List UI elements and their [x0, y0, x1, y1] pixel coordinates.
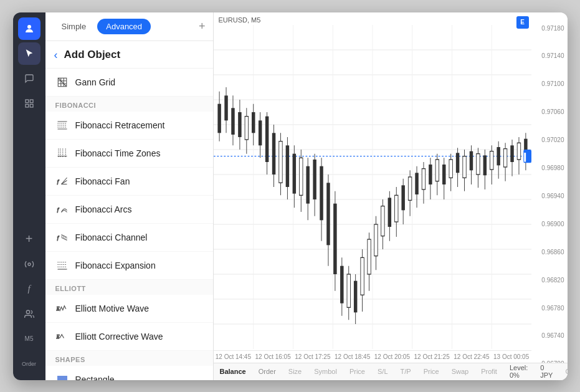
svg-line-12: [58, 78, 67, 87]
list-item-fib-expansion[interactable]: Fibonacci Expansion: [45, 252, 213, 280]
elliott-motive-label: Elliott Motive Wave: [75, 304, 150, 313]
add-object-panel: Simple Advanced + ‹ Add Object: [45, 12, 214, 380]
timeframe-icon[interactable]: M5: [18, 328, 40, 350]
balance-level: Level: 0%: [510, 364, 528, 379]
add-chart-icon[interactable]: [18, 92, 40, 115]
fib-expansion-icon: [55, 259, 69, 272]
list-item-fib-retracement[interactable]: Fibonacci Retracement: [45, 112, 213, 140]
svg-rect-108: [374, 224, 377, 256]
chat-icon[interactable]: [18, 67, 40, 90]
currency-icon[interactable]: f: [18, 278, 40, 300]
list-item-elliott-motive[interactable]: E Elliott Motive Wave: [45, 295, 213, 323]
time-tick-6: 12 Oct 21:25: [414, 353, 449, 360]
column-profit: Profit: [481, 368, 497, 375]
fib-retracement-label: Fibonacci Retracement: [75, 120, 165, 130]
tab-simple[interactable]: Simple: [53, 19, 95, 34]
fibonacci-section-header: FIBONACCI: [45, 97, 213, 112]
panel-title: Add Object: [64, 49, 121, 61]
order-bar-balance[interactable]: Balance: [220, 368, 246, 375]
svg-point-6: [26, 310, 29, 313]
svg-rect-98: [340, 265, 343, 303]
price-tick-4: 0.97060: [533, 108, 566, 115]
price-tick-12: 0.96740: [533, 332, 566, 339]
fib-retracement-icon: [55, 118, 69, 132]
svg-text:f: f: [57, 207, 59, 213]
order-icon[interactable]: Order: [18, 353, 40, 375]
svg-point-5: [28, 263, 31, 265]
svg-line-30: [61, 237, 67, 241]
svg-rect-132: [455, 153, 459, 173]
time-tick-7: 12 Oct 22:45: [454, 353, 489, 360]
list-item-fib-channel[interactable]: f Fibonacci Channel: [45, 224, 213, 252]
svg-rect-102: [353, 280, 356, 312]
price-tick-6: 0.96980: [533, 165, 566, 171]
elliott-corrective-icon: E: [55, 330, 69, 343]
svg-rect-122: [422, 168, 425, 189]
svg-line-29: [61, 234, 67, 237]
svg-rect-136: [469, 151, 472, 170]
main-content: EURUSD, M5 0.97180 0.97140 0.97100 0.970…: [214, 12, 568, 380]
svg-rect-64: [224, 95, 227, 120]
svg-rect-96: [333, 203, 336, 274]
svg-rect-146: [503, 148, 506, 166]
svg-rect-74: [258, 120, 261, 145]
svg-rect-112: [387, 198, 391, 227]
time-tick-4: 12 Oct 18:45: [335, 353, 370, 360]
add-tab-button[interactable]: +: [199, 20, 206, 33]
svg-rect-140: [483, 155, 486, 175]
svg-rect-130: [449, 160, 452, 178]
time-tick-8: 13 Oct 00:05: [493, 353, 529, 360]
accounts-icon[interactable]: [18, 303, 40, 325]
shapes-section-header: SHAPES: [45, 351, 213, 366]
list-item-gann-grid[interactable]: Gann Grid: [45, 69, 213, 97]
order-bar-order[interactable]: Order: [259, 368, 276, 375]
panel-scroll[interactable]: Gann Grid FIBONACCI Fibonacci Retracemen…: [45, 69, 213, 380]
svg-rect-86: [299, 158, 302, 195]
rectangle-label: Rectangle: [75, 375, 115, 380]
fib-channel-label: Fibonacci Channel: [75, 232, 148, 242]
elliott-section-header: ELLIOTT: [45, 280, 213, 295]
elliott-corrective-label: Elliott Corrective Wave: [75, 332, 163, 342]
svg-text:▌: ▌: [524, 152, 528, 162]
column-sl: S/L: [378, 368, 388, 375]
elliott-motive-icon: E: [55, 302, 69, 315]
cursor-icon[interactable]: [18, 42, 40, 65]
svg-rect-76: [265, 116, 268, 161]
svg-rect-148: [510, 145, 513, 162]
list-item-rectangle[interactable]: Rectangle: [45, 366, 213, 380]
price-axis: 0.97180 0.97140 0.97100 0.97060 0.97020 …: [531, 12, 568, 380]
gann-grid-icon: [55, 75, 69, 89]
list-item-fib-fan[interactable]: f Fibonacci Fan: [45, 168, 213, 196]
avatar-icon[interactable]: [18, 17, 40, 40]
svg-text:f: f: [57, 179, 59, 184]
svg-rect-128: [442, 165, 445, 184]
fib-channel-icon: f: [55, 231, 69, 244]
profit-value: 0 JPY: [540, 364, 553, 379]
svg-text:E: E: [56, 306, 60, 312]
svg-rect-126: [435, 160, 439, 181]
column-tp: T/P: [401, 368, 411, 375]
fib-expansion-label: Fibonacci Expansion: [75, 261, 156, 270]
svg-rect-134: [462, 156, 465, 178]
svg-rect-114: [394, 195, 397, 222]
fib-fan-icon: f: [55, 174, 69, 188]
list-item-elliott-corrective[interactable]: E Elliott Corrective Wave: [45, 323, 213, 351]
tab-advanced[interactable]: Advanced: [97, 19, 151, 34]
app-container: + f M5 Order Simple Advanced + ‹ Add Obj…: [13, 12, 568, 380]
svg-rect-116: [401, 185, 404, 210]
indicators-icon[interactable]: [18, 253, 40, 275]
svg-rect-150: [517, 143, 520, 160]
fib-fan-label: Fibonacci Fan: [75, 176, 130, 186]
fib-arcs-label: Fibonacci Arcs: [75, 204, 132, 214]
list-item-fib-timezones[interactable]: Fibonacci Time Zones: [45, 140, 213, 168]
svg-rect-124: [429, 165, 432, 184]
back-button[interactable]: ‹: [54, 49, 58, 62]
chart-symbol-label: EURUSD, M5: [219, 16, 261, 24]
plus-icon[interactable]: +: [18, 228, 40, 251]
list-item-fib-arcs[interactable]: f Fibonacci Arcs: [45, 196, 213, 224]
svg-rect-100: [347, 274, 350, 307]
sidebar: + f M5 Order: [13, 12, 45, 380]
panel-tabs: Simple Advanced: [53, 19, 191, 34]
price-tick-7: 0.96940: [533, 193, 566, 199]
price-tick-5: 0.97020: [533, 136, 566, 143]
